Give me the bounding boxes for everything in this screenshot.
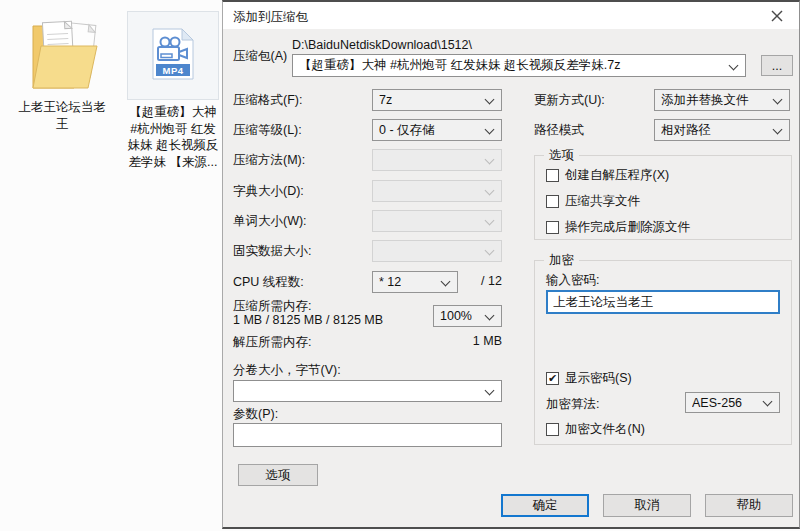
path-mode-select[interactable]: 相对路径 <box>654 119 790 141</box>
memory-compress-values: 1 MB / 8125 MB / 8125 MB <box>233 313 383 327</box>
chevron-down-icon <box>441 277 451 287</box>
help-button-label: 帮助 <box>737 497 762 514</box>
password-input[interactable] <box>546 290 780 314</box>
checkbox-delete-after[interactable]: 操作完成后删除源文件 <box>546 219 690 236</box>
chevron-down-icon <box>485 125 495 135</box>
chevron-down-icon <box>485 386 495 396</box>
encryption-method-value: AES-256 <box>692 396 742 410</box>
method-label: 压缩方法(M): <box>233 152 305 169</box>
chevron-down-icon <box>485 186 495 196</box>
cancel-button[interactable]: 取消 <box>603 494 691 517</box>
ok-button-label: 确定 <box>533 497 558 514</box>
chevron-down-icon <box>763 397 773 407</box>
archive-name-value: 【超重磅】大神 #杭州炮哥 红发妹妹 超长视频反差学妹.7z <box>299 57 621 74</box>
checkbox-encrypt-filenames-label: 加密文件名(N) <box>565 421 645 438</box>
checkbox-create-sfx-label: 创建自解压程序(X) <box>565 167 669 184</box>
checkbox-shared-files[interactable]: 压缩共享文件 <box>546 193 640 210</box>
memory-decompress-value: 1 MB <box>423 334 502 348</box>
video-file-label: 【超重磅】大神 #杭州炮哥 红发 妹妹 超长视频反 差学妹 【来源... <box>112 104 234 170</box>
dictionary-size-label: 字典大小(D): <box>233 183 304 200</box>
dictionary-size-select <box>372 180 502 202</box>
checkbox-delete-after-label: 操作完成后删除源文件 <box>565 219 690 236</box>
archive-dir-path: D:\BaiduNetdiskDownload\1512\ <box>292 38 472 52</box>
cpu-threads-value: * 12 <box>379 275 401 289</box>
chevron-down-icon <box>485 246 495 256</box>
encryption-group-legend: 加密 <box>544 252 579 269</box>
chevron-down-icon <box>773 95 783 105</box>
chevron-down-icon <box>773 125 783 135</box>
memory-decompress-label: 解压所需内存: <box>233 334 311 351</box>
parameters-label: 参数(P): <box>233 406 278 423</box>
browse-button[interactable]: ... <box>761 55 793 76</box>
format-label: 压缩格式(F): <box>233 92 302 109</box>
options-button-label: 选项 <box>266 467 291 484</box>
chevron-down-icon <box>485 155 495 165</box>
format-value: 7z <box>379 93 392 107</box>
memory-percent-select[interactable]: 100% <box>433 305 502 327</box>
checkbox-create-sfx[interactable]: 创建自解压程序(X) <box>546 167 669 184</box>
options-group-legend: 选项 <box>544 147 579 164</box>
solid-block-size-label: 固实数据大小: <box>233 243 311 260</box>
update-mode-value: 添加并替换文件 <box>661 92 749 109</box>
folder-icon <box>28 12 100 92</box>
dialog-title: 添加到压缩包 <box>233 9 308 26</box>
cpu-threads-select[interactable]: * 12 <box>372 271 458 293</box>
chevron-down-icon <box>485 95 495 105</box>
encryption-method-label: 加密算法: <box>546 396 599 413</box>
checkbox-show-password-label: 显示密码(S) <box>565 370 632 387</box>
help-button[interactable]: 帮助 <box>705 494 793 517</box>
checkbox-icon <box>546 169 559 182</box>
mp4-badge: MP4 <box>152 65 194 76</box>
chevron-down-icon <box>485 216 495 226</box>
update-mode-select[interactable]: 添加并替换文件 <box>654 89 790 111</box>
method-select <box>372 149 502 171</box>
archive-name-combobox[interactable]: 【超重磅】大神 #杭州炮哥 红发妹妹 超长视频反差学妹.7z <box>292 54 746 77</box>
cpu-threads-total: / 12 <box>481 274 502 288</box>
options-button[interactable]: 选项 <box>238 464 318 486</box>
volume-size-label: 分卷大小，字节(V): <box>233 362 341 379</box>
checkbox-checked-icon: ✔ <box>546 372 559 385</box>
checkbox-show-password[interactable]: ✔ 显示密码(S) <box>546 370 632 387</box>
encryption-method-select[interactable]: AES-256 <box>685 392 780 413</box>
password-label: 输入密码: <box>546 272 599 289</box>
level-value: 0 - 仅存储 <box>379 122 435 139</box>
format-select[interactable]: 7z <box>372 89 502 111</box>
checkbox-icon <box>546 423 559 436</box>
word-size-select <box>372 210 502 232</box>
browse-label: ... <box>772 59 782 73</box>
cpu-threads-label: CPU 线程数: <box>233 274 304 291</box>
word-size-label: 单词大小(W): <box>233 213 307 230</box>
chevron-down-icon <box>485 311 495 321</box>
checkbox-shared-files-label: 压缩共享文件 <box>565 193 640 210</box>
archive-label: 压缩包(A) <box>233 48 287 65</box>
checkbox-icon <box>546 221 559 234</box>
title-bar[interactable]: 添加到压缩包 <box>223 2 799 29</box>
path-mode-value: 相对路径 <box>661 122 711 139</box>
folder-label: 上老王论坛当老 王 <box>6 99 118 133</box>
update-mode-label: 更新方式(U): <box>534 92 605 109</box>
chevron-down-icon <box>729 61 739 71</box>
solid-block-size-select <box>372 240 502 262</box>
level-select[interactable]: 0 - 仅存储 <box>372 119 502 141</box>
level-label: 压缩等级(L): <box>233 122 302 139</box>
close-icon[interactable] <box>769 8 785 24</box>
path-mode-label: 路径模式 <box>534 122 584 139</box>
checkbox-icon <box>546 195 559 208</box>
parameters-input[interactable] <box>233 423 502 447</box>
volume-size-combobox[interactable] <box>233 380 502 402</box>
checkbox-encrypt-filenames[interactable]: 加密文件名(N) <box>546 421 645 438</box>
ok-button[interactable]: 确定 <box>501 494 589 517</box>
cancel-button-label: 取消 <box>635 497 660 514</box>
memory-percent-value: 100% <box>440 309 472 323</box>
add-to-archive-dialog: 添加到压缩包 压缩包(A) D:\BaiduNetdiskDownload\15… <box>222 0 800 529</box>
